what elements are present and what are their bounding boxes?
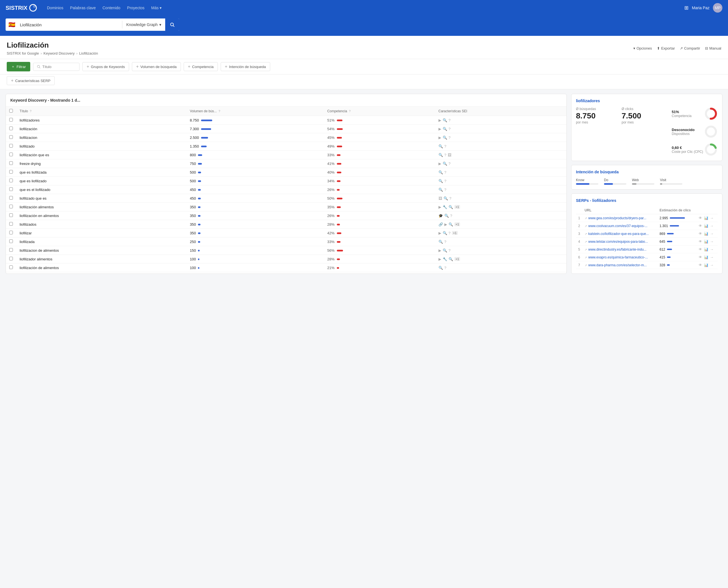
breadcrumb-home[interactable]: SISTRIX for Google xyxy=(7,51,39,56)
kw-title[interactable]: liofilización que es xyxy=(16,151,186,159)
kw-title[interactable]: liofilizacion xyxy=(16,133,186,142)
search-mode-dropdown[interactable]: Knowledge Graph ▾ xyxy=(122,22,165,27)
kw-title[interactable]: liofilizador alimentos xyxy=(16,255,186,264)
image-icon[interactable]: 🖼 xyxy=(448,153,451,157)
kw-title[interactable]: liofilización alimentos xyxy=(16,203,186,211)
nav-mas[interactable]: Más ▾ xyxy=(151,6,161,10)
eye-icon[interactable]: 👁 xyxy=(699,216,702,220)
help-icon[interactable]: ? xyxy=(444,188,446,192)
eye-icon[interactable]: 👁 xyxy=(699,263,702,267)
arrow-icon[interactable]: → xyxy=(710,216,714,220)
serp-url[interactable]: www.directindustry.es/fabricante-indu... xyxy=(588,248,646,251)
search-icon[interactable]: 🔍 xyxy=(444,214,449,218)
search-icon[interactable]: 🔍 xyxy=(438,144,443,148)
search-icon[interactable]: 🔍 xyxy=(438,266,443,270)
row-checkbox[interactable] xyxy=(9,153,13,156)
select-all-checkbox[interactable] xyxy=(9,109,13,112)
chart-icon[interactable]: 📊 xyxy=(704,232,708,236)
grad-icon[interactable]: 🎓 xyxy=(438,214,443,218)
kw-title[interactable]: liofilizado que es xyxy=(16,194,186,203)
tools-icon[interactable]: 🔧 xyxy=(443,205,447,209)
kw-title[interactable]: liofilizacion de alimentos xyxy=(16,246,186,255)
video-icon[interactable]: ▶ xyxy=(438,205,441,209)
serp-url[interactable]: www.dara-pharma.com/es/selector-m... xyxy=(588,263,647,267)
compartir-button[interactable]: ↗ Compartir xyxy=(680,46,700,50)
search-icon[interactable]: 🔍 xyxy=(438,153,443,157)
video-icon[interactable]: ▶ xyxy=(438,127,441,131)
video-icon[interactable]: ▶ xyxy=(438,248,441,253)
row-checkbox[interactable] xyxy=(9,248,13,252)
row-checkbox[interactable] xyxy=(9,205,13,208)
kw-title[interactable]: liofilización de alimentos xyxy=(16,264,186,272)
help-icon[interactable]: ? xyxy=(450,196,451,201)
row-checkbox[interactable] xyxy=(9,161,13,165)
grupos-keywords-filter[interactable]: + Grupos de Keywords xyxy=(82,62,129,71)
link-icon[interactable]: 🔗 xyxy=(438,222,443,227)
kw-title[interactable]: liofilizadores xyxy=(16,116,186,125)
kw-title[interactable]: que es el liofilizado xyxy=(16,185,186,194)
help-icon[interactable]: ? xyxy=(444,144,446,148)
arrow-icon[interactable]: → xyxy=(710,247,714,251)
serp-url[interactable]: kalstein.co/liofilizador-que-es-para-que… xyxy=(588,232,649,236)
chart-icon[interactable]: 📊 xyxy=(704,239,708,244)
help-icon[interactable]: ? xyxy=(444,153,446,157)
row-checkbox[interactable] xyxy=(9,239,13,243)
serp-url[interactable]: www.exapro.es/quimica-farmaceutico-... xyxy=(588,255,648,259)
arrow-icon[interactable]: → xyxy=(710,224,714,228)
intencion-busqueda-filter[interactable]: + Intención de búsqueda xyxy=(221,62,270,71)
help-icon[interactable]: ? xyxy=(449,118,451,122)
row-checkbox[interactable] xyxy=(9,222,13,226)
arrow-icon[interactable]: → xyxy=(710,255,714,259)
chart-icon[interactable]: 📊 xyxy=(704,224,708,228)
nav-palabras-clave[interactable]: Palabras clave xyxy=(70,6,96,10)
search-input[interactable] xyxy=(18,22,122,27)
search-icon[interactable]: 🔍 xyxy=(438,240,443,244)
chart-icon[interactable]: 📊 xyxy=(704,247,708,251)
eye-icon[interactable]: 👁 xyxy=(699,224,702,228)
help-icon[interactable]: ? xyxy=(450,214,452,218)
eye-icon[interactable]: 👁 xyxy=(699,255,702,259)
search-icon[interactable]: 🔍 xyxy=(438,188,443,192)
search-icon[interactable]: 🔍 xyxy=(443,196,448,201)
image-icon[interactable]: 🖼 xyxy=(438,196,442,201)
chart-icon[interactable]: 📊 xyxy=(704,216,708,220)
arrow-icon[interactable]: → xyxy=(710,239,714,244)
kw-title[interactable]: que es liofilizada xyxy=(16,168,186,177)
kw-title[interactable]: liofilización xyxy=(16,125,186,133)
search-icon[interactable]: 🔍 xyxy=(443,231,447,235)
serp-url[interactable]: www.gea.com/es/products/dryers-par... xyxy=(588,216,646,220)
kw-title[interactable]: liofilización en alimentos xyxy=(16,211,186,220)
search-icon[interactable]: 🔍 xyxy=(443,135,447,140)
chart-icon[interactable]: 📊 xyxy=(704,263,708,267)
eye-icon[interactable]: 👁 xyxy=(699,247,702,251)
tools-icon[interactable]: 🔧 xyxy=(443,257,447,261)
breadcrumb-keyword-discovery[interactable]: Keyword Discovery xyxy=(43,51,75,56)
table-scroll[interactable]: Título ? Volumen de bús... ? Competencia… xyxy=(6,107,566,272)
video-icon[interactable]: ▶ xyxy=(444,222,447,227)
nav-proyectos[interactable]: Proyectos xyxy=(127,6,144,10)
nav-contenido[interactable]: Contenido xyxy=(103,6,120,10)
video-icon[interactable]: ▶ xyxy=(438,118,441,122)
help-icon[interactable]: ? xyxy=(444,266,446,270)
help-icon[interactable]: ? xyxy=(444,179,446,183)
help-icon[interactable]: ? xyxy=(449,162,451,166)
row-checkbox[interactable] xyxy=(9,135,13,139)
titulo-input[interactable] xyxy=(42,65,76,69)
row-checkbox[interactable] xyxy=(9,257,13,260)
kw-title[interactable]: liofilizados xyxy=(16,220,186,229)
eye-icon[interactable]: 👁 xyxy=(699,232,702,236)
video-icon[interactable]: ▶ xyxy=(438,257,441,261)
search-icon[interactable]: 🔍 xyxy=(449,205,453,209)
row-checkbox[interactable] xyxy=(9,127,13,130)
search-icon[interactable]: 🔍 xyxy=(443,162,447,166)
help-icon[interactable]: ? xyxy=(449,231,451,235)
row-checkbox[interactable] xyxy=(9,144,13,148)
nav-dominios[interactable]: Dominios xyxy=(47,6,63,10)
grid-icon[interactable]: ⊞ xyxy=(684,5,688,11)
search-icon[interactable]: 🔍 xyxy=(443,248,447,253)
filtrar-button[interactable]: ＋ Filtrar xyxy=(7,62,30,71)
help-icon[interactable]: ? xyxy=(444,240,446,244)
row-checkbox[interactable] xyxy=(9,178,13,182)
arrow-icon[interactable]: → xyxy=(710,232,714,236)
search-icon[interactable]: 🔍 xyxy=(438,179,443,183)
